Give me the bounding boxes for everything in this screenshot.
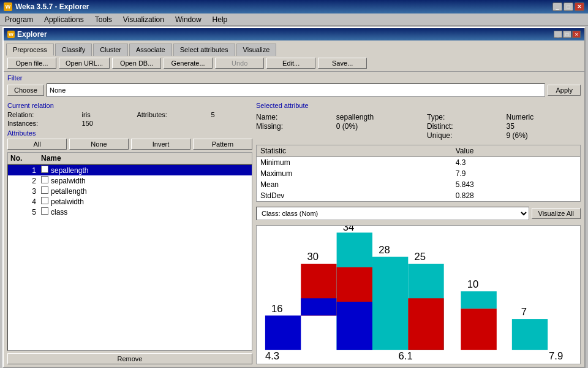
- selected-attribute-label: Selected attribute: [256, 102, 581, 109]
- apply-button[interactable]: Apply: [548, 85, 581, 96]
- current-relation-label: Current relation: [7, 102, 252, 109]
- attr-distinct-val: 35: [507, 122, 581, 131]
- stat-stddev-label: StdDev: [257, 190, 452, 201]
- col-no-header: No.: [10, 154, 41, 163]
- explorer-window: W Explorer _ □ ✕ Preprocess Classify Clu…: [2, 27, 586, 368]
- stat-row-maximum: Maximum 7.9: [257, 168, 580, 179]
- toolbar: Open file... Open URL... Open DB... Gene…: [4, 55, 584, 72]
- close-button[interactable]: ✕: [575, 2, 584, 11]
- attr-distinct-key: Distinct:: [427, 122, 500, 131]
- edit-button[interactable]: Edit...: [266, 58, 315, 69]
- attribute-list[interactable]: 1 sepallength 2 sepalwidth 3 petallength: [7, 164, 252, 351]
- attr-row-5[interactable]: 5 class: [8, 207, 252, 217]
- attribute-list-header: No. Name: [7, 152, 252, 164]
- attr-row-2[interactable]: 2 sepalwidth: [8, 175, 252, 186]
- col-value-header: Value: [452, 145, 580, 157]
- attr-checkbox-3[interactable]: [41, 186, 48, 194]
- tab-select-attributes[interactable]: Select attributes: [173, 44, 235, 56]
- label-3: 34: [343, 226, 355, 233]
- main-content: Current relation Relation: iris Attribut…: [4, 99, 584, 367]
- maximize-button[interactable]: □: [564, 2, 573, 11]
- attr-name-val: sepallength: [336, 113, 421, 121]
- attr-missing-key: Missing:: [256, 122, 330, 131]
- menu-applications[interactable]: Applications: [42, 15, 86, 24]
- attr-row-3[interactable]: 3 petallength: [8, 186, 252, 196]
- tab-classify[interactable]: Classify: [55, 44, 92, 56]
- attr-row-4[interactable]: 4 petalwidth: [8, 196, 252, 207]
- invert-button[interactable]: Invert: [131, 139, 190, 150]
- menu-bar: Program Applications Tools Visualization…: [0, 13, 588, 26]
- attr-name-key: Name:: [256, 113, 330, 121]
- class-select[interactable]: Class: class (Nom): [256, 207, 529, 220]
- explorer-icon: W: [7, 31, 15, 38]
- save-button[interactable]: Save...: [318, 58, 367, 69]
- tab-cluster[interactable]: Cluster: [93, 44, 128, 56]
- bar-6-cyan: [461, 291, 496, 309]
- menu-help[interactable]: Help: [210, 15, 230, 24]
- generate-button[interactable]: Generate...: [164, 58, 213, 69]
- visualize-all-button[interactable]: Visualize All: [532, 208, 581, 219]
- histogram: 16 30 34 28 25 10 7 4.3 6.1 7.9: [256, 225, 581, 364]
- explorer-close[interactable]: ✕: [572, 31, 581, 38]
- menu-window[interactable]: Window: [173, 15, 204, 24]
- instances-value: 150: [82, 120, 131, 127]
- label-7: 7: [521, 306, 527, 318]
- app-icon: W: [4, 2, 12, 11]
- label-2: 30: [307, 251, 318, 263]
- explorer-minimize[interactable]: _: [554, 31, 562, 38]
- pattern-button[interactable]: Pattern: [193, 139, 252, 150]
- none-button[interactable]: None: [69, 139, 129, 150]
- attr-checkbox-5[interactable]: [41, 207, 48, 215]
- stat-stddev-value: 0.828: [452, 190, 580, 201]
- attr-row-1[interactable]: 1 sepallength: [8, 165, 252, 175]
- attr-checkbox-4[interactable]: [41, 197, 48, 204]
- all-button[interactable]: All: [7, 139, 67, 150]
- left-panel: Current relation Relation: iris Attribut…: [7, 102, 252, 364]
- open-file-button[interactable]: Open file...: [7, 58, 56, 69]
- tab-bar: Preprocess Classify Cluster Associate Se…: [4, 40, 584, 55]
- title-bar: W Weka 3.5.7 - Explorer _ □ ✕: [0, 0, 588, 13]
- tab-preprocess[interactable]: Preprocess: [6, 44, 54, 56]
- attribute-details: Name: sepallength Type: Numeric Missing:…: [256, 113, 581, 140]
- menu-visualization[interactable]: Visualization: [121, 15, 167, 24]
- bar-4: [372, 257, 408, 350]
- window-controls: _ □ ✕: [552, 2, 584, 11]
- undo-button[interactable]: Undo: [215, 58, 264, 69]
- attr-checkbox-1[interactable]: [41, 166, 48, 173]
- attribute-buttons: All None Invert Pattern: [7, 139, 252, 150]
- menu-program[interactable]: Program: [2, 15, 36, 24]
- histogram-svg: 16 30 34 28 25 10 7 4.3 6.1 7.9: [257, 226, 580, 364]
- relation-value: iris: [82, 111, 131, 118]
- open-db-button[interactable]: Open DB...: [112, 58, 161, 69]
- stat-maximum-label: Maximum: [257, 168, 452, 179]
- tab-associate[interactable]: Associate: [129, 44, 172, 56]
- explorer-title-label: Explorer: [17, 30, 47, 39]
- relation-info: Relation: iris Attributes: 5 Instances: …: [7, 111, 252, 127]
- stats-table: Statistic Value Minimum 4.3 Maximum: [256, 145, 581, 202]
- label-5: 25: [415, 251, 426, 263]
- attributes-label: Attributes: [7, 129, 252, 137]
- stat-row-minimum: Minimum 4.3: [257, 157, 580, 169]
- attr-missing-val: 0 (0%): [336, 122, 421, 131]
- label-1: 16: [271, 303, 283, 315]
- attributes-value: 5: [211, 111, 252, 118]
- open-url-button[interactable]: Open URL...: [59, 58, 110, 69]
- tab-visualize[interactable]: Visualize: [236, 44, 277, 56]
- class-row: Class: class (Nom) Visualize All: [256, 207, 581, 220]
- menu-tools[interactable]: Tools: [92, 15, 115, 24]
- stat-minimum-value: 4.3: [452, 157, 580, 169]
- remove-button[interactable]: Remove: [7, 353, 252, 364]
- minimize-button[interactable]: _: [552, 2, 562, 11]
- attr-type-val: Numeric: [507, 113, 581, 121]
- instances-key: Instances:: [7, 120, 76, 127]
- relation-key: Relation:: [7, 111, 76, 118]
- x-label-max: 7.9: [549, 350, 563, 362]
- explorer-maximize[interactable]: □: [563, 31, 571, 38]
- x-label-min: 4.3: [265, 350, 279, 362]
- choose-button[interactable]: Choose: [7, 85, 44, 96]
- stat-mean-label: Mean: [257, 179, 452, 190]
- attr-unique-key: Unique:: [427, 131, 500, 140]
- label-4: 28: [379, 244, 390, 256]
- attr-checkbox-2[interactable]: [41, 176, 48, 183]
- filter-input[interactable]: [47, 83, 545, 97]
